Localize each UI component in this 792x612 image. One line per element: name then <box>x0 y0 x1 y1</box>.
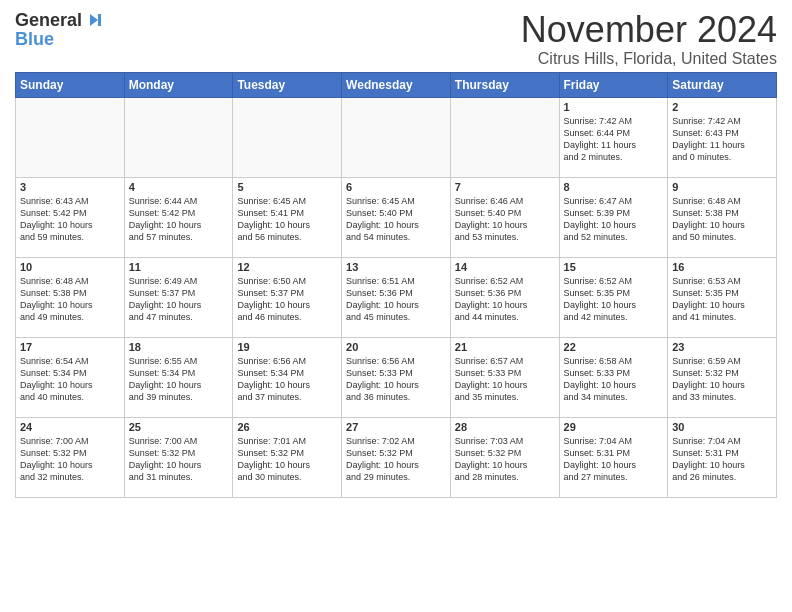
svg-marker-0 <box>90 14 98 26</box>
day-number: 8 <box>564 181 664 193</box>
table-row: 22Sunrise: 6:58 AM Sunset: 5:33 PM Dayli… <box>559 337 668 417</box>
day-number: 11 <box>129 261 229 273</box>
calendar-week-row: 1Sunrise: 7:42 AM Sunset: 6:44 PM Daylig… <box>16 97 777 177</box>
day-number: 26 <box>237 421 337 433</box>
day-number: 6 <box>346 181 446 193</box>
logo-icon <box>84 10 104 30</box>
table-row: 6Sunrise: 6:45 AM Sunset: 5:40 PM Daylig… <box>342 177 451 257</box>
month-title: November 2024 <box>521 10 777 50</box>
day-number: 14 <box>455 261 555 273</box>
table-row: 29Sunrise: 7:04 AM Sunset: 5:31 PM Dayli… <box>559 417 668 497</box>
day-number: 29 <box>564 421 664 433</box>
table-row: 13Sunrise: 6:51 AM Sunset: 5:36 PM Dayli… <box>342 257 451 337</box>
table-row: 4Sunrise: 6:44 AM Sunset: 5:42 PM Daylig… <box>124 177 233 257</box>
calendar-week-row: 17Sunrise: 6:54 AM Sunset: 5:34 PM Dayli… <box>16 337 777 417</box>
table-row <box>450 97 559 177</box>
day-number: 23 <box>672 341 772 353</box>
table-row: 30Sunrise: 7:04 AM Sunset: 5:31 PM Dayli… <box>668 417 777 497</box>
day-number: 24 <box>20 421 120 433</box>
day-info: Sunrise: 6:56 AM Sunset: 5:33 PM Dayligh… <box>346 355 446 404</box>
table-row: 28Sunrise: 7:03 AM Sunset: 5:32 PM Dayli… <box>450 417 559 497</box>
day-info: Sunrise: 6:43 AM Sunset: 5:42 PM Dayligh… <box>20 195 120 244</box>
day-info: Sunrise: 6:57 AM Sunset: 5:33 PM Dayligh… <box>455 355 555 404</box>
col-sunday: Sunday <box>16 72 125 97</box>
calendar-week-row: 10Sunrise: 6:48 AM Sunset: 5:38 PM Dayli… <box>16 257 777 337</box>
day-info: Sunrise: 6:59 AM Sunset: 5:32 PM Dayligh… <box>672 355 772 404</box>
table-row: 1Sunrise: 7:42 AM Sunset: 6:44 PM Daylig… <box>559 97 668 177</box>
day-number: 22 <box>564 341 664 353</box>
day-number: 18 <box>129 341 229 353</box>
day-number: 12 <box>237 261 337 273</box>
day-info: Sunrise: 7:02 AM Sunset: 5:32 PM Dayligh… <box>346 435 446 484</box>
day-info: Sunrise: 6:48 AM Sunset: 5:38 PM Dayligh… <box>20 275 120 324</box>
day-info: Sunrise: 6:46 AM Sunset: 5:40 PM Dayligh… <box>455 195 555 244</box>
day-number: 27 <box>346 421 446 433</box>
table-row: 7Sunrise: 6:46 AM Sunset: 5:40 PM Daylig… <box>450 177 559 257</box>
day-info: Sunrise: 7:42 AM Sunset: 6:43 PM Dayligh… <box>672 115 772 164</box>
day-info: Sunrise: 7:03 AM Sunset: 5:32 PM Dayligh… <box>455 435 555 484</box>
day-number: 17 <box>20 341 120 353</box>
table-row: 14Sunrise: 6:52 AM Sunset: 5:36 PM Dayli… <box>450 257 559 337</box>
logo: General Blue <box>15 10 104 50</box>
day-number: 13 <box>346 261 446 273</box>
day-info: Sunrise: 6:52 AM Sunset: 5:35 PM Dayligh… <box>564 275 664 324</box>
day-info: Sunrise: 7:01 AM Sunset: 5:32 PM Dayligh… <box>237 435 337 484</box>
col-wednesday: Wednesday <box>342 72 451 97</box>
col-friday: Friday <box>559 72 668 97</box>
day-number: 16 <box>672 261 772 273</box>
day-info: Sunrise: 7:42 AM Sunset: 6:44 PM Dayligh… <box>564 115 664 164</box>
day-info: Sunrise: 6:49 AM Sunset: 5:37 PM Dayligh… <box>129 275 229 324</box>
table-row: 8Sunrise: 6:47 AM Sunset: 5:39 PM Daylig… <box>559 177 668 257</box>
table-row <box>16 97 125 177</box>
day-number: 9 <box>672 181 772 193</box>
day-number: 1 <box>564 101 664 113</box>
table-row: 25Sunrise: 7:00 AM Sunset: 5:32 PM Dayli… <box>124 417 233 497</box>
table-row: 27Sunrise: 7:02 AM Sunset: 5:32 PM Dayli… <box>342 417 451 497</box>
day-number: 20 <box>346 341 446 353</box>
logo-general-text: General <box>15 10 82 31</box>
table-row: 12Sunrise: 6:50 AM Sunset: 5:37 PM Dayli… <box>233 257 342 337</box>
day-info: Sunrise: 7:00 AM Sunset: 5:32 PM Dayligh… <box>20 435 120 484</box>
day-info: Sunrise: 6:44 AM Sunset: 5:42 PM Dayligh… <box>129 195 229 244</box>
day-info: Sunrise: 6:52 AM Sunset: 5:36 PM Dayligh… <box>455 275 555 324</box>
table-row: 3Sunrise: 6:43 AM Sunset: 5:42 PM Daylig… <box>16 177 125 257</box>
table-row: 16Sunrise: 6:53 AM Sunset: 5:35 PM Dayli… <box>668 257 777 337</box>
title-block: November 2024 Citrus Hills, Florida, Uni… <box>521 10 777 68</box>
table-row <box>233 97 342 177</box>
table-row: 17Sunrise: 6:54 AM Sunset: 5:34 PM Dayli… <box>16 337 125 417</box>
logo-text: General Blue <box>15 10 104 50</box>
table-row: 20Sunrise: 6:56 AM Sunset: 5:33 PM Dayli… <box>342 337 451 417</box>
day-info: Sunrise: 6:54 AM Sunset: 5:34 PM Dayligh… <box>20 355 120 404</box>
day-number: 30 <box>672 421 772 433</box>
table-row: 18Sunrise: 6:55 AM Sunset: 5:34 PM Dayli… <box>124 337 233 417</box>
day-number: 5 <box>237 181 337 193</box>
day-number: 4 <box>129 181 229 193</box>
calendar-header-row: Sunday Monday Tuesday Wednesday Thursday… <box>16 72 777 97</box>
table-row: 26Sunrise: 7:01 AM Sunset: 5:32 PM Dayli… <box>233 417 342 497</box>
calendar-week-row: 24Sunrise: 7:00 AM Sunset: 5:32 PM Dayli… <box>16 417 777 497</box>
day-info: Sunrise: 6:56 AM Sunset: 5:34 PM Dayligh… <box>237 355 337 404</box>
table-row: 9Sunrise: 6:48 AM Sunset: 5:38 PM Daylig… <box>668 177 777 257</box>
day-number: 2 <box>672 101 772 113</box>
table-row: 10Sunrise: 6:48 AM Sunset: 5:38 PM Dayli… <box>16 257 125 337</box>
table-row: 21Sunrise: 6:57 AM Sunset: 5:33 PM Dayli… <box>450 337 559 417</box>
day-info: Sunrise: 7:00 AM Sunset: 5:32 PM Dayligh… <box>129 435 229 484</box>
day-number: 10 <box>20 261 120 273</box>
day-number: 21 <box>455 341 555 353</box>
col-thursday: Thursday <box>450 72 559 97</box>
location: Citrus Hills, Florida, United States <box>521 50 777 68</box>
table-row: 5Sunrise: 6:45 AM Sunset: 5:41 PM Daylig… <box>233 177 342 257</box>
calendar-week-row: 3Sunrise: 6:43 AM Sunset: 5:42 PM Daylig… <box>16 177 777 257</box>
day-number: 25 <box>129 421 229 433</box>
table-row: 19Sunrise: 6:56 AM Sunset: 5:34 PM Dayli… <box>233 337 342 417</box>
calendar-table: Sunday Monday Tuesday Wednesday Thursday… <box>15 72 777 498</box>
day-info: Sunrise: 6:55 AM Sunset: 5:34 PM Dayligh… <box>129 355 229 404</box>
main-container: General Blue November 2024 Citrus Hills,… <box>0 0 792 503</box>
day-info: Sunrise: 6:53 AM Sunset: 5:35 PM Dayligh… <box>672 275 772 324</box>
day-info: Sunrise: 7:04 AM Sunset: 5:31 PM Dayligh… <box>672 435 772 484</box>
day-info: Sunrise: 6:48 AM Sunset: 5:38 PM Dayligh… <box>672 195 772 244</box>
header: General Blue November 2024 Citrus Hills,… <box>15 10 777 68</box>
day-info: Sunrise: 6:45 AM Sunset: 5:41 PM Dayligh… <box>237 195 337 244</box>
day-info: Sunrise: 7:04 AM Sunset: 5:31 PM Dayligh… <box>564 435 664 484</box>
day-number: 28 <box>455 421 555 433</box>
